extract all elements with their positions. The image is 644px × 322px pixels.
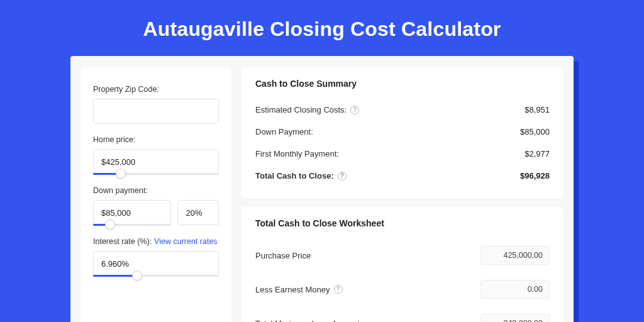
summary-row: Estimated Closing Costs: ? $8,951 [255,99,550,121]
summary-row: First Monthly Payment: $2,977 [255,143,550,165]
summary-panel: Cash to Close Summary Estimated Closing … [242,67,564,198]
home-price-label: Home price: [93,135,219,144]
worksheet-title: Total Cash to Close Worksheet [255,218,550,228]
field-zip: Property Zip Code: [93,85,219,124]
inputs-panel: Property Zip Code: Home price: Down paym… [80,67,231,322]
worksheet-row-input[interactable] [480,246,550,265]
worksheet-row: Total Mortgage Loan Amount [255,306,550,322]
slider-thumb[interactable] [132,270,142,280]
results-column: Cash to Close Summary Estimated Closing … [242,67,564,322]
home-price-slider-wrap [93,149,219,175]
summary-title: Cash to Close Summary [255,79,550,89]
summary-total-value: $96,928 [520,171,550,180]
worksheet-row-label: Purchase Price [255,251,311,260]
view-rates-link[interactable]: View current rates [154,237,218,246]
interest-rate-label: Interest rate (%): [93,237,152,246]
summary-total-row: Total Cash to Close: ? $96,928 [255,165,550,187]
down-payment-slider[interactable] [93,224,171,226]
worksheet-panel: Total Cash to Close Worksheet Purchase P… [242,207,564,322]
summary-row-value: $8,951 [525,105,550,114]
help-icon[interactable]: ? [334,285,343,294]
down-payment-input[interactable] [93,200,171,225]
down-payment-label: Down payment: [93,186,219,195]
worksheet-row: Purchase Price [255,238,550,272]
summary-row-label: Estimated Closing Costs: [255,105,347,114]
summary-row-value: $2,977 [525,149,550,158]
field-home-price: Home price: [93,135,219,175]
slider-fill [93,275,137,277]
summary-row: Down Payment: $85,000 [255,121,550,143]
calculator-card: Property Zip Code: Home price: Down paym… [70,56,574,322]
interest-rate-slider[interactable] [93,275,219,277]
interest-rate-slider-wrap [93,251,219,277]
home-price-slider[interactable] [93,173,219,175]
slider-thumb[interactable] [105,219,115,230]
field-interest-rate: Interest rate (%): View current rates [93,237,219,277]
down-payment-amount-wrap [93,200,171,226]
field-down-payment: Down payment: [93,186,219,226]
worksheet-row-input[interactable] [480,314,550,322]
summary-row-label: Down Payment: [255,127,313,136]
summary-total-label: Total Cash to Close: [255,171,334,180]
worksheet-row: Less Earnest Money ? [255,272,550,306]
worksheet-row-input[interactable] [480,280,550,299]
down-payment-pct-input[interactable] [177,200,219,225]
help-icon[interactable]: ? [338,172,347,180]
summary-row-label: First Monthly Payment: [255,149,339,158]
help-icon[interactable]: ? [350,106,359,114]
interest-rate-input[interactable] [93,251,219,276]
summary-row-value: $85,000 [520,127,550,136]
page-title: Autaugaville Closing Cost Calculator [0,0,644,56]
card-body: Property Zip Code: Home price: Down paym… [70,56,574,322]
down-payment-pct-wrap [177,200,219,226]
worksheet-row-label: Total Mortgage Loan Amount [255,319,360,323]
zip-label: Property Zip Code: [93,85,219,94]
zip-input[interactable] [93,99,219,124]
slider-thumb[interactable] [116,169,126,179]
home-price-input[interactable] [93,149,219,174]
worksheet-row-label: Less Earnest Money [255,285,330,294]
